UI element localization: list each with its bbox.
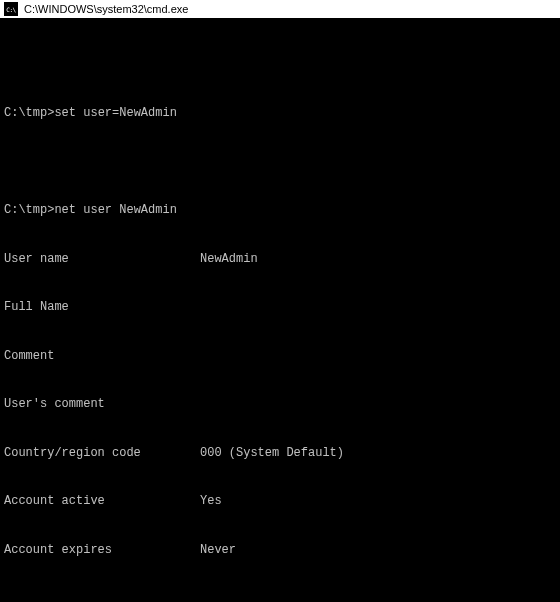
field-label: User name [4,251,200,267]
terminal-output: C:\tmp>set user=NewAdmin C:\tmp>net user… [0,18,560,602]
field-label: User's comment [4,396,200,412]
field-value [200,396,556,412]
field-label: Account active [4,493,200,509]
cmd[interactable]: net user NewAdmin [54,202,176,218]
field-value: Yes [200,493,556,509]
field-value: Never [200,542,556,558]
field-value [200,348,556,364]
prompt: C:\tmp> [4,105,54,121]
field-value: NewAdmin [200,251,556,267]
field-value: 000 (System Default) [200,445,556,461]
prompt: C:\tmp> [4,202,54,218]
cmd[interactable]: set user=NewAdmin [54,105,176,121]
field-label: Full Name [4,299,200,315]
field-value [200,299,556,315]
cmd-icon [4,2,18,16]
window-titlebar[interactable]: C:\WINDOWS\system32\cmd.exe [0,0,560,18]
window-title: C:\WINDOWS\system32\cmd.exe [24,3,188,15]
field-label: Account expires [4,542,200,558]
field-label: Comment [4,348,200,364]
field-label: Country/region code [4,445,200,461]
